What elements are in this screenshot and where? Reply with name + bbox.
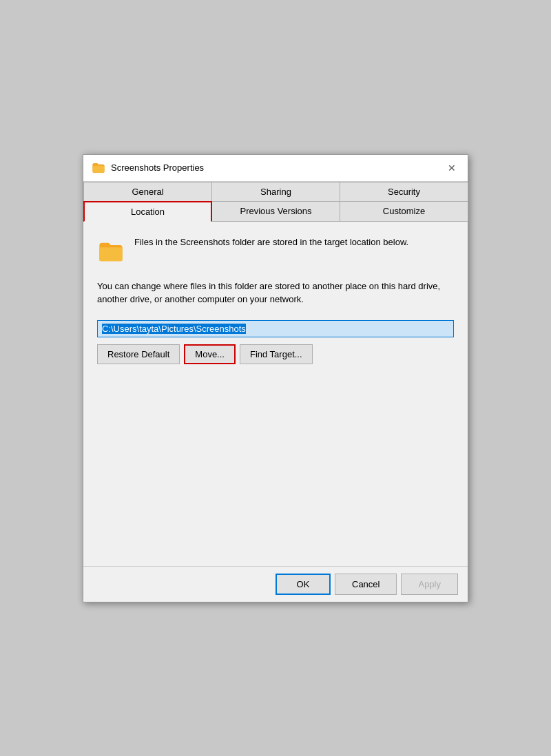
dialog-footer: OK Cancel Apply [83, 566, 468, 602]
svg-rect-1 [99, 247, 122, 261]
tab-previous-versions[interactable]: Previous Versions [211, 201, 340, 222]
dialog-title: Screenshots Properties [111, 162, 204, 173]
tab-row-2: Location Previous Versions Customize [83, 201, 468, 221]
folder-icon-large [97, 238, 125, 266]
tab-general[interactable]: General [83, 182, 212, 202]
restore-default-button[interactable]: Restore Default [97, 344, 180, 364]
apply-button[interactable]: Apply [401, 574, 458, 595]
info-text-1: Files in the Screenshots folder are stor… [134, 235, 408, 249]
tab-security[interactable]: Security [340, 182, 468, 202]
move-button[interactable]: Move... [184, 344, 236, 364]
title-bar: Screenshots Properties ✕ [83, 155, 468, 182]
tab-customize[interactable]: Customize [340, 201, 468, 222]
close-button[interactable]: ✕ [444, 160, 459, 176]
info-text-2: You can change where files in this folde… [97, 280, 454, 306]
path-input[interactable] [97, 320, 454, 337]
tabs-container: General Sharing Security Location Previo… [83, 182, 468, 222]
tab-location[interactable]: Location [83, 201, 212, 222]
info-section: Files in the Screenshots folder are stor… [97, 235, 454, 266]
svg-rect-0 [93, 165, 105, 172]
dialog-window: Screenshots Properties ✕ General Sharing… [83, 154, 468, 602]
ok-button[interactable]: OK [276, 574, 331, 595]
title-bar-left: Screenshots Properties [92, 161, 204, 175]
tab-sharing[interactable]: Sharing [211, 182, 340, 202]
folder-icon [92, 161, 105, 175]
tab-content: Files in the Screenshots folder are stor… [83, 222, 468, 566]
tab-row-1: General Sharing Security [83, 182, 468, 201]
find-target-button[interactable]: Find Target... [240, 344, 313, 364]
action-buttons: Restore Default Move... Find Target... [97, 344, 454, 364]
cancel-button[interactable]: Cancel [335, 574, 397, 595]
